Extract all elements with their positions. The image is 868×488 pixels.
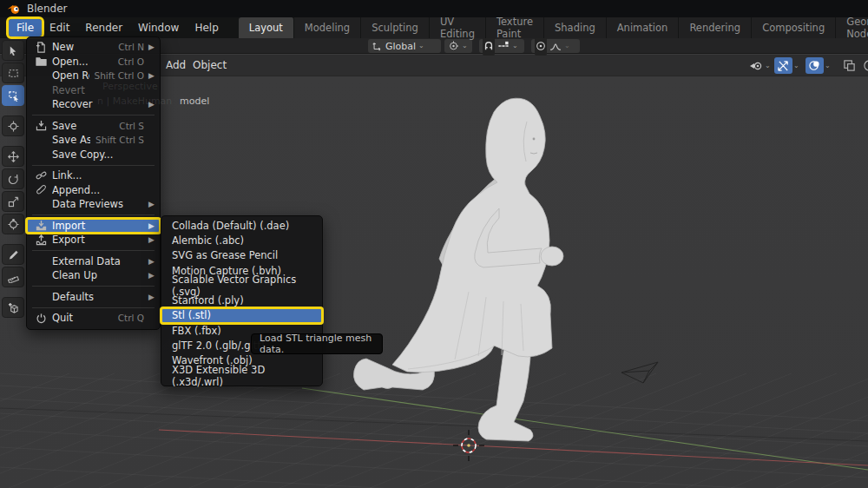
file-menu-item-export[interactable]: Export▶ [27,233,160,247]
xray-toggle[interactable] [840,57,858,74]
import-icon [36,220,47,231]
overlays-icon [808,59,821,72]
move-tool-icon [8,151,19,162]
tab-layout[interactable]: Layout [239,17,294,38]
tab-modeling[interactable]: Modeling [294,17,361,38]
human-model[interactable] [353,98,563,441]
measure-tool[interactable] [2,267,24,287]
gizmos-toggle[interactable] [774,57,792,74]
menu-edit[interactable]: Edit [42,19,77,36]
file-menu-item-new[interactable]: NewCtrl N▶ [27,40,160,55]
toolbar-gap [2,108,26,114]
submenu-arrow-icon: ▶ [148,43,155,51]
app-title: Blender [27,3,68,15]
tab-texture-paint[interactable]: Texture Paint [486,17,544,38]
menu-render[interactable]: Render [77,19,130,36]
menu-item-label: Link... [52,169,144,181]
app-menus: FileEditRenderWindowHelp [9,19,227,36]
chevron-down-icon: ⌄ [512,43,518,49]
file-new-icon [36,42,47,53]
import-item-x3d-extensible-3d-x3d-wrl[interactable]: X3D Extensible 3D (.x3d/.wrl) [161,368,322,383]
pivot-point-icon [448,41,459,51]
transform-tool[interactable] [2,214,24,234]
file-menu-item-open[interactable]: Open...Ctrl O [27,55,160,69]
menu-item-label: Save [52,120,114,132]
file-menu-item-external-data[interactable]: External Data▶ [27,254,160,269]
append-icon [36,184,47,195]
snap-toggle[interactable] [483,37,495,56]
file-menu-item-data-previews[interactable]: Data Previews▶ [27,197,160,212]
file-menu-item-link[interactable]: Link... [27,168,160,183]
menu-help[interactable]: Help [187,19,226,36]
import-item-alembic-abc[interactable]: Alembic (.abc) [161,233,322,247]
import-item-stl-stl[interactable]: Stl (.stl) [161,308,322,323]
file-menu-item-import[interactable]: Import▶ [27,219,160,234]
link-icon [36,170,47,181]
tab-uv-editing[interactable]: UV Editing [430,17,486,38]
export-icon [36,234,47,246]
file-menu-item-save-as[interactable]: Save As...Shift Ctrl S [27,133,160,148]
top-menubar: FileEditRenderWindowHelp LayoutModelingS… [0,17,868,38]
cursor-tool[interactable] [2,115,24,136]
submenu-item-label: Stl (.stl) [172,309,211,321]
menu-item-shortcut: Ctrl O [118,56,144,67]
active-select-tool[interactable] [2,85,24,106]
tooltip-text: Load STL triangle mesh data. [260,333,382,355]
menu-item-label: Import [52,220,144,232]
pivot-point-dropdown[interactable]: ⌄ [444,39,472,53]
snap-controls[interactable]: ⌄ [479,39,524,53]
chevron-down-icon: ⌄ [765,63,771,69]
rotate-tool[interactable] [2,168,24,189]
menu-window[interactable]: Window [130,19,187,36]
menu-file[interactable]: File [9,19,42,36]
file-menu-item-save-copy[interactable]: Save Copy... [27,148,160,162]
menu-separator [27,247,160,254]
file-menu-item-save[interactable]: SaveCtrl S [27,119,160,134]
gizmo-arrows-icon [777,59,790,72]
chevron-down-icon[interactable]: ⌄ [793,63,799,69]
tab-geometry-nodes[interactable]: Geometry Nodes [836,17,868,38]
import-item-collada-default-dae[interactable]: Collada (Default) (.dae) [161,218,322,233]
proportional-edit-toggle[interactable] [535,37,547,56]
import-item-scalable-vector-graphics-svg[interactable]: Scalable Vector Graphics (.svg) [161,278,322,293]
annotate-tool[interactable] [2,244,24,265]
add-cube-tool[interactable] [2,297,24,318]
file-menu-item-append[interactable]: Append... [27,183,160,198]
submenu-item-label: SVG as Grease Pencil [172,249,278,261]
shading-sphere-icon [863,59,868,72]
submenu-item-label: FBX (.fbx) [172,325,221,337]
tab-animation[interactable]: Animation [607,17,680,38]
tab-shading[interactable]: Shading [544,17,607,38]
file-menu-item-clean-up[interactable]: Clean Up▶ [27,268,160,283]
file-menu-item-quit[interactable]: QuitCtrl Q [27,311,160,326]
shading-mode-button[interactable] [860,57,868,74]
rotate-tool-icon [8,174,19,185]
select-box-tool[interactable] [2,63,24,83]
move-tool[interactable] [2,146,24,167]
menu-item-label: Data Previews [52,198,144,210]
orientation-dropdown[interactable]: Global ⌄ [368,39,441,53]
save-icon [36,120,47,131]
toolbar-gap [2,138,26,144]
submenu-arrow-icon: ▶ [148,271,155,280]
fist [541,247,563,266]
tab-sculpting[interactable]: Sculpting [361,17,430,38]
folder-open-icon [36,56,47,67]
proportional-edit-controls[interactable]: ⌄ [531,39,580,53]
tab-rendering[interactable]: Rendering [679,17,752,38]
chevron-down-icon: ⌄ [418,43,424,49]
import-item-svg-as-grease-pencil[interactable]: SVG as Grease Pencil [161,248,322,263]
viewport-menu-object[interactable]: Object [187,58,233,72]
menu-item-label: Clean Up [52,269,144,281]
body [392,98,552,372]
menu-item-label: New [52,41,113,53]
overlays-toggle[interactable] [806,57,824,74]
quit-icon [36,313,47,324]
tweak-tool[interactable] [2,40,24,61]
visibility-dropdown[interactable]: ⌄ [746,57,773,74]
menu-separator [27,283,160,290]
chevron-down-icon[interactable]: ⌄ [825,63,831,69]
tab-compositing[interactable]: Compositing [752,17,836,38]
file-menu-item-defaults[interactable]: Defaults▶ [27,290,160,305]
scale-tool[interactable] [2,191,24,212]
